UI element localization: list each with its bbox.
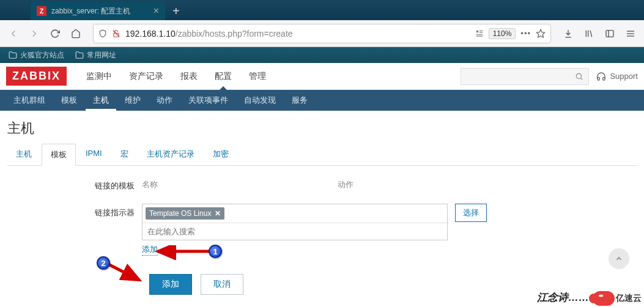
topnav-administration[interactable]: 管理 [242, 64, 273, 89]
support-link[interactable]: Support [596, 72, 638, 81]
tab-favicon: Z [37, 6, 46, 16]
reader-icon[interactable] [475, 29, 484, 38]
add-link[interactable]: 添加 [142, 244, 158, 256]
zabbix-logo[interactable]: ZABBIX [6, 67, 67, 86]
bookmarks-bar: 火狐官方站点 常用网址 [0, 47, 644, 63]
folder-icon [75, 51, 84, 59]
home-button[interactable] [67, 25, 84, 42]
annotation-marker-2: 2 [97, 256, 110, 270]
svg-rect-6 [476, 35, 483, 36]
search-icon [575, 72, 583, 81]
reload-button[interactable] [46, 25, 64, 42]
watermark-text: 江念诗…… [537, 290, 589, 305]
subnav-hosts[interactable]: 主机 [86, 90, 116, 111]
sidebar-icon[interactable] [601, 25, 618, 42]
downloads-icon[interactable] [560, 25, 577, 42]
topnav-configuration[interactable]: 配置 [207, 64, 239, 89]
form-tab-host[interactable]: 主机 [7, 144, 40, 165]
watermark-logo: ຶ 亿速云 [593, 291, 642, 306]
zoom-indicator[interactable]: 110% [489, 28, 516, 39]
top-nav: 监测中 资产记录 报表 配置 管理 [79, 64, 461, 89]
insecure-icon [112, 29, 120, 38]
subnav-services[interactable]: 服务 [284, 90, 315, 111]
subnav-templates[interactable]: 模板 [54, 90, 84, 111]
cloud-icon: ຶ [593, 291, 615, 306]
zabbix-app: ZABBIX 监测中 资产记录 报表 配置 管理 Support 主机群组 模板… [0, 63, 644, 307]
topnav-inventory[interactable]: 资产记录 [122, 64, 171, 89]
subnav-actions[interactable]: 动作 [149, 90, 180, 111]
topnav-monitoring[interactable]: 监测中 [79, 64, 119, 89]
sub-nav: 主机群组 模板 主机 维护 动作 关联项事件 自动发现 服务 [0, 90, 644, 111]
forward-button[interactable] [26, 25, 43, 42]
template-tag-label: Template OS Linux [149, 209, 211, 218]
library-icon[interactable] [580, 25, 598, 42]
menu-icon[interactable] [622, 25, 639, 42]
page-title: 主机 [7, 119, 637, 138]
annotation-marker-1: 1 [209, 245, 222, 258]
col-action: 动作 [338, 179, 353, 190]
url-text: 192.168.1.10/zabbix/hosts.php?form=creat… [125, 29, 470, 39]
form-tab-encryption[interactable]: 加密 [204, 144, 237, 165]
svg-rect-3 [479, 30, 483, 31]
svg-rect-5 [476, 34, 483, 34]
browser-tab[interactable]: Z zabbix_server: 配置主机 × [31, 2, 165, 20]
content-area: 主机 主机 模板 IPMI 宏 主机资产记录 加密 链接的模板 名称 动作 链接… [0, 111, 644, 307]
linked-templates-label: 链接的模板 [87, 177, 142, 191]
subnav-discovery[interactable]: 自动发现 [237, 90, 283, 111]
svg-marker-7 [536, 29, 544, 37]
svg-rect-11 [606, 30, 613, 37]
select-button[interactable]: 选择 [455, 204, 487, 222]
svg-rect-4 [479, 32, 483, 32]
svg-line-17 [581, 78, 583, 80]
linked-table-header: 名称 动作 [142, 177, 497, 193]
zabbix-header: ZABBIX 监测中 资产记录 报表 配置 管理 Support [0, 63, 644, 90]
tab-close-icon[interactable]: × [154, 6, 159, 17]
form-tab-macros[interactable]: 宏 [112, 144, 137, 165]
col-name: 名称 [142, 179, 338, 190]
form-tab-ipmi[interactable]: IPMI [77, 144, 111, 165]
subnav-correlation[interactable]: 关联项事件 [181, 90, 235, 111]
subnav-maintenance[interactable]: 维护 [117, 90, 148, 111]
shield-icon [98, 29, 107, 38]
link-indicator-label: 链接指示器 [87, 204, 142, 218]
cancel-button[interactable]: 取消 [201, 274, 243, 295]
bookmark-item[interactable]: 火狐官方站点 [9, 50, 64, 61]
submit-add-button[interactable]: 添加 [149, 274, 192, 295]
browser-toolbar: 192.168.1.10/zabbix/hosts.php?form=creat… [0, 20, 644, 47]
headset-icon [596, 72, 606, 81]
chevron-up-icon [615, 254, 623, 263]
template-tag[interactable]: Template OS Linux ✕ [146, 207, 224, 220]
template-multiselect[interactable]: Template OS Linux ✕ [142, 204, 448, 240]
folder-icon [9, 51, 17, 59]
template-tag-remove-icon[interactable]: ✕ [215, 209, 221, 218]
global-search[interactable] [461, 68, 589, 85]
tab-title: zabbix_server: 配置主机 [51, 6, 149, 17]
scroll-to-top-button[interactable] [609, 248, 629, 269]
svg-line-10 [590, 30, 592, 37]
url-bar[interactable]: 192.168.1.10/zabbix/hosts.php?form=creat… [93, 24, 551, 43]
svg-point-16 [577, 73, 582, 78]
bookmark-star-icon[interactable] [536, 29, 546, 39]
svg-rect-2 [476, 30, 478, 32]
page-actions-icon[interactable]: ••• [520, 29, 531, 38]
template-search-input[interactable] [142, 223, 447, 240]
subnav-hostgroups[interactable]: 主机群组 [6, 90, 53, 111]
back-button[interactable] [5, 25, 22, 42]
form-tabs: 主机 模板 IPMI 宏 主机资产记录 加密 [7, 144, 637, 166]
browser-tab-strip: Z zabbix_server: 配置主机 × + [0, 0, 644, 20]
bookmark-item[interactable]: 常用网址 [75, 50, 116, 61]
form-body: 链接的模板 名称 动作 链接指示器 Template OS [7, 166, 637, 306]
form-tab-inventory[interactable]: 主机资产记录 [138, 144, 203, 165]
form-tab-templates[interactable]: 模板 [42, 144, 76, 166]
new-tab-button[interactable]: + [165, 2, 187, 20]
topnav-reports[interactable]: 报表 [173, 64, 205, 89]
